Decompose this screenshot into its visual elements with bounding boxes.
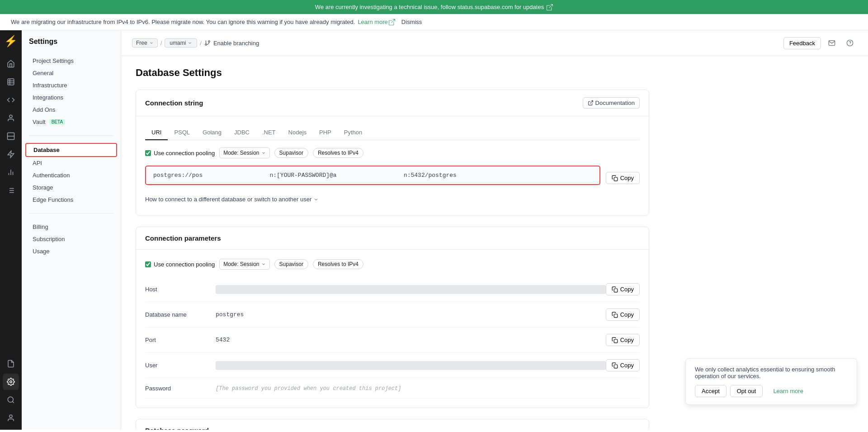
params-mode-select[interactable]: Mode: Session bbox=[219, 259, 269, 270]
accept-button[interactable]: Accept bbox=[695, 385, 726, 397]
sidebar-item-integrations[interactable]: Integrations bbox=[25, 91, 117, 104]
sidebar-item-api[interactable]: API bbox=[25, 157, 117, 169]
svg-rect-27 bbox=[614, 177, 618, 181]
plan-badge[interactable]: Free bbox=[132, 38, 158, 47]
feedback-button[interactable]: Feedback bbox=[783, 37, 821, 49]
dismiss-button[interactable]: Dismiss bbox=[401, 19, 422, 25]
tab-uri[interactable]: URI bbox=[145, 125, 168, 140]
copy-icon-dbname bbox=[612, 312, 618, 318]
breadcrumb: Free / umami / Enable branching bbox=[132, 38, 259, 47]
sidebar-general-section: Project Settings General Infrastructure … bbox=[22, 53, 121, 130]
chevron-down-icon-2 bbox=[188, 41, 192, 45]
project-name-badge[interactable]: umami bbox=[165, 38, 197, 47]
param-value-user bbox=[216, 361, 606, 370]
nav-settings-icon[interactable] bbox=[3, 374, 19, 390]
nav-functions-icon[interactable] bbox=[3, 146, 19, 162]
params-mode-chevron-icon bbox=[261, 262, 266, 266]
sidebar-item-project-settings[interactable]: Project Settings bbox=[25, 55, 117, 67]
sidebar-item-billing[interactable]: Billing bbox=[25, 221, 117, 233]
banner-text: We are currently investigating a technic… bbox=[315, 4, 544, 10]
svg-line-26 bbox=[590, 101, 593, 104]
params-supavisor-pill[interactable]: Supavisor bbox=[274, 259, 308, 269]
mail-icon-btn[interactable] bbox=[825, 36, 839, 50]
learn-more-link[interactable]: Learn more bbox=[358, 19, 395, 25]
how-to-link[interactable]: How to connect to a different database o… bbox=[145, 196, 640, 203]
svg-marker-7 bbox=[8, 151, 14, 158]
resolves-to-pill[interactable]: Resolves to IPv4 bbox=[313, 148, 363, 158]
param-label-password: Password bbox=[145, 385, 208, 392]
params-use-pooling-checkbox[interactable] bbox=[145, 261, 151, 267]
sidebar-item-authentication[interactable]: Authentication bbox=[25, 169, 117, 181]
params-resolves-to-pill[interactable]: Resolves to IPv4 bbox=[313, 259, 363, 269]
svg-rect-30 bbox=[614, 339, 618, 343]
external-link-small-icon bbox=[389, 19, 395, 25]
external-link-icon bbox=[588, 100, 594, 106]
param-label-user: User bbox=[145, 362, 208, 369]
tab-golang[interactable]: Golang bbox=[196, 125, 228, 140]
nav-home-icon[interactable] bbox=[3, 56, 19, 72]
nav-storage-icon[interactable] bbox=[3, 128, 19, 144]
logo[interactable]: ⚡ bbox=[4, 34, 18, 48]
copy-user-button[interactable]: Copy bbox=[606, 359, 640, 371]
breadcrumb-sep-1: / bbox=[160, 40, 162, 47]
connection-string-body: URI PSQL Golang JDBC .NET Nodejs PHP Pyt… bbox=[136, 116, 649, 215]
use-pooling-label[interactable]: Use connection pooling bbox=[145, 150, 215, 157]
mode-select[interactable]: Mode: Session bbox=[219, 147, 269, 158]
param-label-database-name: Database name bbox=[145, 311, 208, 318]
nav-table-icon[interactable] bbox=[3, 74, 19, 90]
help-icon-btn[interactable] bbox=[843, 36, 857, 50]
svg-line-19 bbox=[12, 401, 14, 403]
sidebar-item-infrastructure[interactable]: Infrastructure bbox=[25, 79, 117, 91]
tab-dotnet[interactable]: .NET bbox=[256, 125, 282, 140]
nav-logs-icon[interactable] bbox=[3, 182, 19, 199]
external-link-icon bbox=[547, 4, 553, 10]
tab-jdbc[interactable]: JDBC bbox=[228, 125, 256, 140]
cookie-learn-more-button[interactable]: Learn more bbox=[766, 385, 810, 397]
database-password-title: Database password bbox=[145, 427, 209, 430]
opt-out-button[interactable]: Opt out bbox=[730, 385, 763, 397]
branch-icon bbox=[204, 40, 211, 46]
sidebar-item-edge-functions[interactable]: Edge Functions bbox=[25, 194, 117, 206]
sidebar-database-section: Database API Authentication Storage Edge… bbox=[22, 141, 121, 208]
sidebar-divider-1 bbox=[29, 135, 113, 136]
status-banner: We are currently investigating a technic… bbox=[0, 0, 868, 14]
tab-psql[interactable]: PSQL bbox=[168, 125, 196, 140]
copy-connection-string-button[interactable]: Copy bbox=[606, 172, 640, 184]
sidebar-title: Settings bbox=[22, 38, 121, 53]
svg-point-18 bbox=[8, 397, 13, 402]
svg-point-20 bbox=[9, 415, 12, 418]
sidebar-item-subscription[interactable]: Subscription bbox=[25, 233, 117, 245]
documentation-link[interactable]: Documentation bbox=[583, 97, 640, 109]
sidebar-item-general[interactable]: General bbox=[25, 67, 117, 79]
sidebar-item-vault[interactable]: Vault BETA bbox=[25, 116, 117, 128]
help-icon bbox=[846, 39, 854, 47]
nav-reports-icon[interactable] bbox=[3, 356, 19, 372]
vault-badge: BETA bbox=[49, 119, 65, 125]
page-body: Database Settings Connection string Docu… bbox=[121, 56, 664, 430]
sidebar-item-database[interactable]: Database bbox=[25, 143, 117, 157]
connection-string-card: Connection string Documentation URI PSQL… bbox=[136, 90, 649, 216]
tab-python[interactable]: Python bbox=[338, 125, 368, 140]
branch-button[interactable]: Enable branching bbox=[204, 40, 259, 47]
copy-icon-user bbox=[612, 362, 618, 369]
database-password-card: Database password Reset database passwor… bbox=[136, 419, 649, 430]
connection-options: Use connection pooling Mode: Session Sup… bbox=[145, 147, 640, 158]
sidebar-item-add-ons[interactable]: Add Ons bbox=[25, 104, 117, 116]
nav-analytics-icon[interactable] bbox=[3, 164, 19, 180]
nav-profile-icon[interactable] bbox=[3, 410, 19, 426]
copy-database-name-button[interactable]: Copy bbox=[606, 309, 640, 321]
sidebar-item-storage[interactable]: Storage bbox=[25, 181, 117, 194]
params-use-pooling-label[interactable]: Use connection pooling bbox=[145, 261, 215, 268]
nav-auth-icon[interactable] bbox=[3, 110, 19, 126]
use-pooling-checkbox[interactable] bbox=[145, 150, 151, 156]
param-value-database-name: postgres bbox=[216, 311, 606, 318]
copy-host-button[interactable]: Copy bbox=[606, 283, 640, 295]
tab-php[interactable]: PHP bbox=[313, 125, 338, 140]
nav-search-icon[interactable] bbox=[3, 392, 19, 408]
sidebar-item-usage[interactable]: Usage bbox=[25, 245, 117, 257]
nav-editor-icon[interactable] bbox=[3, 92, 19, 108]
copy-port-button[interactable]: Copy bbox=[606, 334, 640, 346]
supavisor-pill[interactable]: Supavisor bbox=[274, 148, 308, 158]
connection-string-value: postgres://pos n:[YOUR-PASSWORD]@a n:543… bbox=[153, 172, 592, 179]
tab-nodejs[interactable]: Nodejs bbox=[282, 125, 313, 140]
